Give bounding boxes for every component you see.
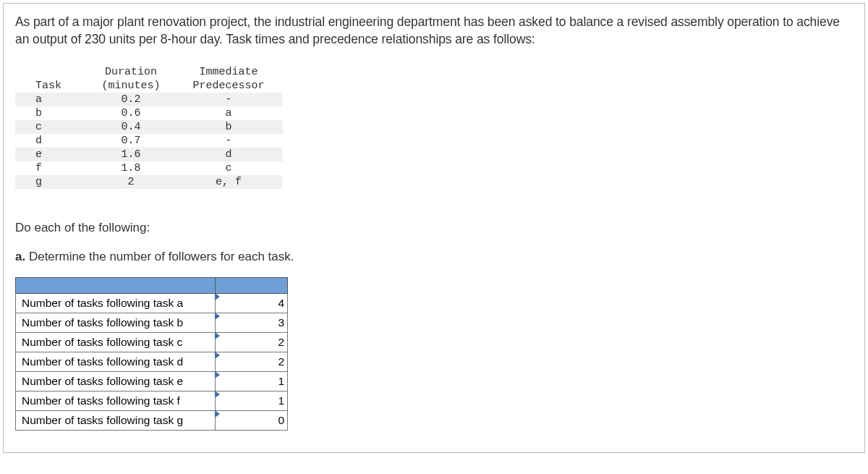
question-a: a. Determine the number of followers for…	[15, 250, 853, 264]
answer-input-c[interactable]: 2	[216, 333, 288, 352]
task-cell: f	[15, 161, 88, 175]
pred-cell: d	[174, 148, 283, 161]
answer-header-blank-2	[216, 278, 288, 294]
table-row: f 1.8 c	[15, 161, 283, 175]
header-duration-2: (minutes)	[88, 79, 174, 93]
question-text: Determine the number of followers for ea…	[25, 250, 294, 263]
answer-table: Number of tasks following task a 4 Numbe…	[15, 277, 288, 431]
pred-cell: a	[174, 106, 283, 120]
duration-cell: 0.6	[88, 106, 174, 120]
answer-row: Number of tasks following task g 0	[16, 411, 288, 431]
answer-label: Number of tasks following task g	[16, 411, 216, 431]
task-cell: d	[15, 134, 88, 148]
content-area: As part of a major plant renovation proj…	[4, 4, 864, 452]
answer-input-e[interactable]: 1	[216, 372, 288, 392]
pred-cell: -	[174, 93, 283, 106]
duration-cell: 0.2	[88, 93, 174, 106]
header-duration-1: Duration	[88, 65, 174, 79]
task-cell: g	[15, 175, 88, 189]
table-row: e 1.6 d	[15, 148, 283, 161]
table-row: d 0.7 -	[15, 134, 283, 148]
answer-input-d[interactable]: 2	[216, 352, 288, 372]
table-row: b 0.6 a	[15, 106, 283, 120]
duration-cell: 2	[88, 175, 174, 189]
page-container: As part of a major plant renovation proj…	[3, 3, 865, 453]
header-pred-1: Immediate	[174, 65, 283, 79]
task-cell: a	[15, 93, 88, 106]
header-pred-2: Predecessor	[174, 79, 283, 93]
duration-cell: 1.8	[88, 161, 174, 175]
task-cell: b	[15, 106, 88, 120]
answer-row: Number of tasks following task f 1	[16, 392, 288, 411]
pred-cell: -	[174, 134, 283, 148]
pred-cell: c	[174, 161, 283, 175]
answer-input-g[interactable]: 0	[216, 411, 288, 431]
task-cell: e	[15, 148, 88, 161]
answer-label: Number of tasks following task d	[16, 352, 216, 372]
pred-cell: b	[174, 120, 283, 134]
task-cell: c	[15, 120, 88, 134]
duration-cell: 1.6	[88, 148, 174, 161]
answer-row: Number of tasks following task c 2	[16, 333, 288, 352]
duration-cell: 0.4	[88, 120, 174, 134]
answer-input-b[interactable]: 3	[216, 313, 288, 333]
duration-cell: 0.7	[88, 134, 174, 148]
question-prefix: a.	[15, 250, 25, 263]
answer-row: Number of tasks following task d 2	[16, 352, 288, 372]
table-row: a 0.2 -	[15, 93, 283, 106]
section-heading: Do each of the following:	[15, 221, 853, 235]
table-row: g 2 e, f	[15, 175, 283, 189]
answer-row: Number of tasks following task e 1	[16, 372, 288, 392]
task-table: Duration Immediate Task (minutes) Predec…	[15, 65, 283, 189]
answer-row: Number of tasks following task a 4	[16, 294, 288, 313]
answer-input-a[interactable]: 4	[216, 294, 288, 313]
answer-row: Number of tasks following task b 3	[16, 313, 288, 333]
answer-header-blank-1	[16, 278, 216, 294]
header-task: Task	[15, 79, 88, 93]
answer-label: Number of tasks following task a	[16, 294, 216, 313]
answer-label: Number of tasks following task e	[16, 372, 216, 392]
answer-label: Number of tasks following task c	[16, 333, 216, 352]
pred-cell: e, f	[174, 175, 283, 189]
intro-text: As part of a major plant renovation proj…	[15, 14, 853, 48]
answer-label: Number of tasks following task f	[16, 392, 216, 411]
table-row: c 0.4 b	[15, 120, 283, 134]
answer-label: Number of tasks following task b	[16, 313, 216, 333]
answer-input-f[interactable]: 1	[216, 392, 288, 411]
